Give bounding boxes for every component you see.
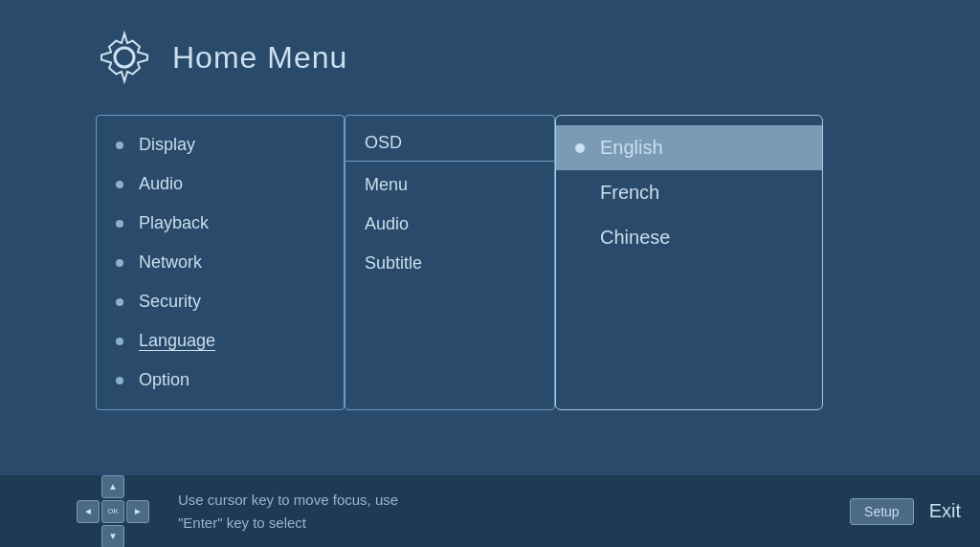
submenu-item-audio[interactable]: Audio	[345, 205, 554, 244]
language-label: French	[600, 182, 659, 204]
nav-dot	[116, 338, 123, 345]
nav-dot	[116, 259, 123, 267]
dpad-left-button[interactable]: ◄	[77, 500, 100, 523]
main-content: Display Audio Playback Network Security …	[0, 115, 980, 410]
sidebar-item-language[interactable]: Language	[97, 321, 344, 361]
sidebar-item-network[interactable]: Network	[97, 243, 344, 282]
sidebar-item-label: Audio	[139, 174, 183, 194]
nav-dot	[116, 298, 123, 306]
nav-dot	[116, 142, 123, 149]
nav-dot	[116, 377, 123, 384]
footer-buttons: Setup Exit	[850, 498, 961, 525]
sidebar-item-option[interactable]: Option	[97, 361, 344, 400]
language-panel: English French Chinese	[555, 115, 823, 410]
sidebar-item-security[interactable]: Security	[97, 282, 344, 321]
language-label: Chinese	[600, 227, 670, 249]
footer-hint: Use cursor key to move focus, use "Enter…	[178, 489, 850, 535]
exit-label: Exit	[929, 500, 961, 522]
header: Home Menu	[0, 0, 980, 105]
language-option-english[interactable]: English	[556, 125, 822, 170]
sidebar-item-label: Language	[139, 331, 215, 351]
sidebar-item-label: Playback	[139, 213, 209, 233]
setup-button[interactable]: Setup	[850, 498, 914, 525]
dpad-up-button[interactable]: ▲	[101, 475, 124, 498]
sidebar-item-audio[interactable]: Audio	[97, 164, 344, 204]
submenu-item-menu[interactable]: Menu	[345, 165, 554, 205]
gear-icon	[96, 29, 153, 86]
submenu-item-subtitle[interactable]: Subtitle	[345, 244, 554, 283]
hint-line-2: "Enter" key to select	[178, 512, 850, 535]
sidebar-item-display[interactable]: Display	[97, 125, 344, 164]
dpad-right-button[interactable]: ►	[126, 500, 149, 523]
sidebar-item-label: Display	[139, 135, 195, 155]
page-title: Home Menu	[172, 40, 347, 76]
dpad-down-button[interactable]: ▼	[101, 525, 124, 548]
nav-dot	[116, 220, 123, 228]
dpad-ok-button[interactable]: OK	[101, 500, 124, 523]
svg-point-0	[115, 48, 134, 67]
sidebar-item-label: Network	[139, 252, 202, 273]
language-option-chinese[interactable]: Chinese	[556, 215, 822, 260]
hint-line-1: Use cursor key to move focus, use	[178, 489, 850, 512]
submenu-header: OSD	[345, 125, 554, 162]
sidebar-item-label: Option	[139, 370, 189, 390]
language-label: English	[600, 137, 663, 159]
selected-dot	[575, 143, 585, 153]
sidebar-item-label: Security	[139, 292, 201, 312]
dpad: ▲ ◄ OK ► ▼	[77, 475, 149, 548]
footer: ▲ ◄ OK ► ▼ Use cursor key to move focus,…	[0, 475, 980, 547]
nav-dot	[116, 181, 123, 188]
sidebar-item-playback[interactable]: Playback	[97, 204, 344, 243]
left-nav: Display Audio Playback Network Security …	[96, 115, 345, 410]
submenu: OSD Menu Audio Subtitle	[345, 115, 555, 410]
language-option-french[interactable]: French	[556, 170, 822, 215]
